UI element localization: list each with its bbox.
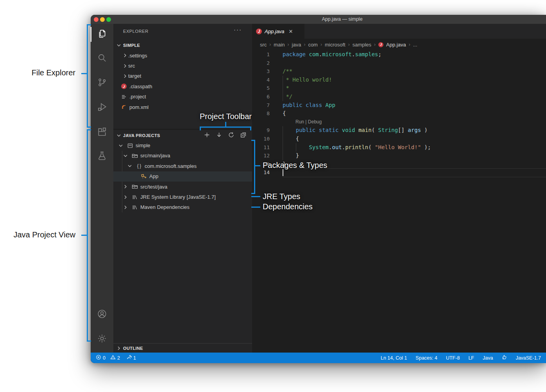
java-runtime[interactable]: JavaSE-1.7: [516, 355, 541, 361]
collapse-all-icon[interactable]: [240, 132, 247, 139]
outline-label: OUTLINE: [123, 346, 143, 351]
line-number: 7: [252, 101, 270, 110]
chevron-down-icon: [127, 163, 133, 169]
indentation[interactable]: Spaces: 4: [415, 355, 437, 361]
activity-search-button[interactable]: [91, 49, 113, 68]
breadcrumb-item[interactable]: microsoft: [325, 42, 346, 48]
code-line[interactable]: 12 }: [252, 151, 546, 160]
tab-app-java[interactable]: J App.java ✕: [252, 24, 304, 39]
file-row-classpath[interactable]: J .classpath: [113, 81, 252, 91]
file-row-pom[interactable]: pom.xml: [113, 102, 252, 112]
activity-explorer-button[interactable]: [91, 25, 113, 44]
tree-row-src-main-java[interactable]: src/main/java: [113, 151, 252, 161]
run-debug-icon: [97, 102, 107, 114]
warning-icon: [110, 355, 116, 361]
tree-row-package[interactable]: { } com.microsoft.samples: [113, 161, 252, 171]
library-icon: [132, 194, 138, 200]
feedback-icon[interactable]: [501, 355, 507, 361]
tasks-indicator[interactable]: 1: [126, 355, 136, 361]
annotation-tick: [251, 207, 260, 208]
problems-indicator[interactable]: 0 2: [96, 355, 120, 361]
code-line[interactable]: 11 System.out.println( "Hello World!" );: [252, 143, 546, 152]
annotation-jre-types: JRE Types: [263, 192, 300, 201]
chevron-down-icon: [116, 42, 122, 48]
chevron-down-icon: [122, 153, 129, 159]
annotation-java-project-view: Java Project View: [13, 230, 75, 239]
code-line[interactable]: 6 */: [252, 93, 546, 101]
code-line[interactable]: 1package com.microsoft.samples;: [252, 50, 546, 59]
chevron-down-icon: [116, 132, 122, 139]
editor: J App.java ✕ src› main› java› com› micro…: [252, 24, 546, 353]
tree-row-project-simple[interactable]: simple: [113, 140, 252, 150]
more-actions-icon[interactable]: ···: [234, 26, 242, 33]
breadcrumb-item[interactable]: com: [308, 42, 318, 48]
breadcrumb-item-file[interactable]: App.java: [386, 42, 406, 48]
activity-run-debug-button[interactable]: [91, 98, 113, 117]
breadcrumb-item[interactable]: main: [274, 42, 285, 48]
annotation-file-explorer: File Explorer: [32, 68, 75, 77]
code-line[interactable]: 5 *: [252, 84, 546, 93]
cursor-position[interactable]: Ln 14, Col 1: [381, 355, 407, 361]
code-line[interactable]: 9 public static void main( String[] args…: [252, 126, 546, 135]
section-simple[interactable]: SIMPLE: [113, 40, 252, 50]
file-row-src[interactable]: src: [113, 61, 252, 71]
breadcrumb-item-more[interactable]: ...: [413, 42, 417, 48]
language-mode[interactable]: Java: [483, 355, 493, 361]
breadcrumb[interactable]: src› main› java› com› microsoft› samples…: [252, 39, 546, 50]
code-line[interactable]: 10 {: [252, 135, 546, 143]
extensions-icon: [97, 127, 107, 138]
activity-extensions-button[interactable]: [91, 123, 113, 142]
code-lines[interactable]: 1package com.microsoft.samples;23/**4 * …: [252, 50, 546, 177]
encoding[interactable]: UTF-8: [446, 355, 460, 361]
code-line[interactable]: 3/**: [252, 67, 546, 76]
minimize-window-button[interactable]: [100, 17, 105, 22]
chevron-right-icon: [122, 184, 129, 190]
java-projects-label: JAVA PROJECTS: [123, 133, 160, 138]
code-line[interactable]: 4 * Hello world!: [252, 76, 546, 84]
breadcrumb-item[interactable]: java: [292, 42, 301, 48]
code-line[interactable]: 7public class App: [252, 101, 546, 110]
activity-testing-button[interactable]: [91, 147, 113, 166]
activity-source-control-button[interactable]: [91, 74, 113, 93]
file-row-target[interactable]: target: [113, 71, 252, 81]
section-outline[interactable]: OUTLINE: [113, 343, 252, 353]
tree-row-jre-library[interactable]: JRE System Library [JavaSE-1.7]: [113, 192, 252, 202]
annotation-tick: [81, 73, 87, 74]
code-area[interactable]: 1package com.microsoft.samples;23/**4 * …: [252, 50, 546, 353]
close-window-button[interactable]: [94, 17, 98, 22]
tree-row-src-test-java[interactable]: src/test/java: [113, 182, 252, 192]
annotation-bracket-project-toolbar: [200, 127, 251, 130]
file-row-settings[interactable]: .settings: [113, 50, 252, 61]
titlebar[interactable]: App.java — simple: [91, 15, 546, 24]
annotation-tick: [255, 165, 260, 166]
library-icon: [132, 204, 138, 210]
code-line[interactable]: 8{: [252, 109, 546, 118]
breadcrumb-item[interactable]: samples: [353, 42, 371, 48]
tree-row-class-app[interactable]: App: [113, 171, 252, 182]
eol-sequence[interactable]: LF: [468, 355, 474, 361]
tab-bar[interactable]: J App.java ✕: [252, 24, 546, 39]
code-line[interactable]: 2: [252, 59, 546, 68]
breadcrumb-item[interactable]: src: [260, 42, 267, 48]
line-number: 9: [252, 126, 270, 135]
import-icon[interactable]: [216, 132, 222, 139]
zoom-window-button[interactable]: [106, 17, 111, 22]
activity-settings-button[interactable]: [91, 330, 113, 349]
add-project-icon[interactable]: [204, 132, 210, 139]
error-icon: [96, 355, 101, 361]
annotation-project-toolbar: Project Toolbar: [197, 112, 254, 121]
chevron-right-icon: [122, 52, 128, 59]
chevron-right-icon: [116, 345, 122, 351]
list-file-icon: [121, 94, 127, 100]
annotation-bracket-packages-types: [251, 140, 255, 194]
codelens-row[interactable]: Run | Debug: [252, 118, 546, 127]
codelens-run-debug[interactable]: Run | Debug: [295, 118, 322, 127]
tree-row-maven-dependencies[interactable]: Maven Dependencies: [113, 202, 252, 212]
file-row-project[interactable]: .project: [113, 92, 252, 102]
line-number: 1: [252, 50, 270, 59]
project-icon: [127, 143, 133, 149]
account-icon: [97, 309, 107, 321]
activity-accounts-button[interactable]: [91, 305, 113, 324]
close-tab-icon[interactable]: ✕: [289, 29, 293, 34]
refresh-icon[interactable]: [228, 132, 235, 139]
